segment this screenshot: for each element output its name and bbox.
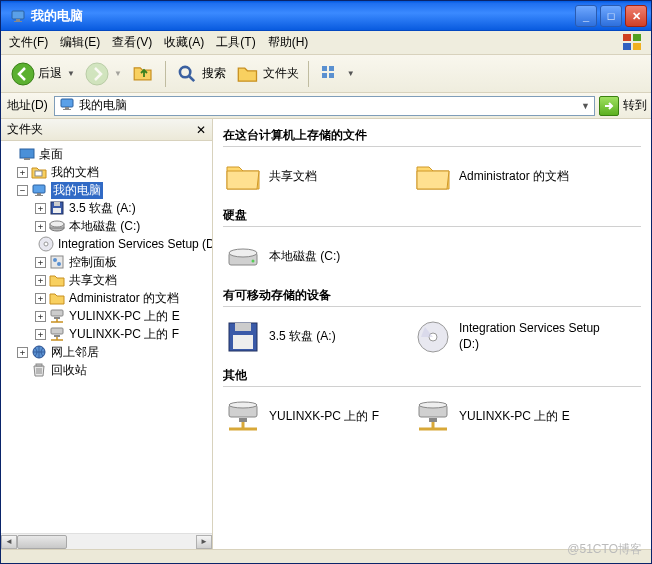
tree-node-shared[interactable]: +共享文档 bbox=[1, 271, 212, 289]
search-icon bbox=[175, 62, 199, 86]
svg-rect-42 bbox=[20, 149, 34, 158]
tree-node-mydocs[interactable]: +我的文档 bbox=[1, 163, 212, 181]
disk-icon bbox=[49, 218, 65, 234]
section-header-other: 其他 bbox=[223, 365, 641, 387]
sidebar-title: 文件夹 bbox=[7, 121, 43, 138]
desktop-icon bbox=[19, 146, 35, 162]
close-button[interactable]: ✕ bbox=[625, 5, 647, 27]
menu-tools[interactable]: 工具(T) bbox=[210, 32, 261, 53]
menu-help[interactable]: 帮助(H) bbox=[262, 32, 315, 53]
tree-node-nete[interactable]: +YULINXK-PC 上的 E bbox=[1, 307, 212, 325]
chevron-down-icon: ▼ bbox=[67, 69, 75, 78]
separator bbox=[308, 61, 309, 87]
item-nete[interactable]: YULINXK-PC 上的 E bbox=[413, 395, 603, 439]
back-button[interactable]: 后退 ▼ bbox=[7, 58, 79, 90]
folders-sidebar: 文件夹 ✕ 桌面 +我的文档 −我的电脑 +3.5 软盘 (A:) +本地磁盘 … bbox=[1, 119, 213, 549]
tree-node-recycle[interactable]: 回收站 bbox=[1, 361, 212, 379]
svg-point-41 bbox=[86, 63, 108, 85]
sidebar-header: 文件夹 ✕ bbox=[1, 119, 212, 141]
menu-favorites[interactable]: 收藏(A) bbox=[158, 32, 210, 53]
folder-icon bbox=[49, 290, 65, 306]
cd-icon bbox=[415, 319, 451, 355]
views-button[interactable]: ▼ bbox=[314, 58, 359, 90]
back-icon bbox=[11, 62, 35, 86]
address-input[interactable]: 我的电脑 ▼ bbox=[54, 96, 595, 116]
go-button[interactable] bbox=[599, 96, 619, 116]
address-label: 地址(D) bbox=[5, 97, 50, 114]
chevron-down-icon[interactable]: ▼ bbox=[581, 101, 590, 111]
titlebar[interactable]: 我的电脑 _ □ ✕ bbox=[1, 1, 651, 31]
sidebar-scrollbar[interactable]: ◄► bbox=[1, 533, 212, 549]
folder-up-icon bbox=[132, 62, 156, 86]
item-intsvc[interactable]: Integration Services Setup (D:) bbox=[413, 315, 603, 359]
menu-edit[interactable]: 编辑(E) bbox=[54, 32, 106, 53]
section-header-removable: 有可移动存储的设备 bbox=[223, 285, 641, 307]
address-bar: 地址(D) 我的电脑 ▼ 转到 bbox=[1, 93, 651, 119]
close-sidebar-button[interactable]: ✕ bbox=[196, 123, 206, 137]
tree-node-network[interactable]: +网上邻居 bbox=[1, 343, 212, 361]
separator bbox=[165, 61, 166, 87]
window-title: 我的电脑 bbox=[31, 7, 572, 25]
up-button[interactable] bbox=[128, 58, 160, 90]
search-label: 搜索 bbox=[202, 65, 226, 82]
floppy-icon bbox=[225, 319, 261, 355]
tree-node-floppy[interactable]: +3.5 软盘 (A:) bbox=[1, 199, 212, 217]
svg-rect-39 bbox=[633, 43, 641, 50]
tree-node-cpanel[interactable]: +控制面板 bbox=[1, 253, 212, 271]
go-label: 转到 bbox=[623, 97, 647, 114]
toolbar: 后退 ▼ ▼ 搜索 文件夹 ▼ bbox=[1, 55, 651, 93]
tree-node-mycomputer[interactable]: −我的电脑 bbox=[1, 181, 212, 199]
hdd-icon bbox=[225, 239, 261, 275]
tree-node-intsvc[interactable]: Integration Services Setup (D:) bbox=[1, 235, 212, 253]
item-floppy[interactable]: 3.5 软盘 (A:) bbox=[223, 315, 413, 359]
forward-icon bbox=[85, 62, 109, 86]
folder-icon bbox=[415, 159, 451, 195]
tree-node-netf[interactable]: +YULINXK-PC 上的 F bbox=[1, 325, 212, 343]
menu-file[interactable]: 文件(F) bbox=[3, 32, 54, 53]
item-local-c[interactable]: 本地磁盘 (C:) bbox=[223, 235, 413, 279]
tree-node-desktop[interactable]: 桌面 bbox=[1, 145, 212, 163]
item-netf[interactable]: YULINXK-PC 上的 F bbox=[223, 395, 413, 439]
computer-icon bbox=[31, 182, 47, 198]
content-area: 文件夹 ✕ 桌面 +我的文档 −我的电脑 +3.5 软盘 (A:) +本地磁盘 … bbox=[1, 119, 651, 549]
item-admin-docs[interactable]: Administrator 的文档 bbox=[413, 155, 603, 199]
cpanel-icon bbox=[49, 254, 65, 270]
netdrive-icon bbox=[49, 308, 65, 324]
recycle-icon bbox=[31, 362, 47, 378]
back-label: 后退 bbox=[38, 65, 62, 82]
folders-label: 文件夹 bbox=[263, 65, 299, 82]
netdrive-icon bbox=[49, 326, 65, 342]
netdrive-icon bbox=[225, 399, 261, 435]
app-icon bbox=[10, 8, 26, 24]
main-content[interactable]: 在这台计算机上存储的文件 共享文档 Administrator 的文档 硬盘 本… bbox=[213, 119, 651, 549]
computer-icon bbox=[59, 96, 75, 115]
menu-view[interactable]: 查看(V) bbox=[106, 32, 158, 53]
section-header-hdd: 硬盘 bbox=[223, 205, 641, 227]
menubar: 文件(F) 编辑(E) 查看(V) 收藏(A) 工具(T) 帮助(H) bbox=[1, 31, 651, 55]
folders-icon bbox=[236, 62, 260, 86]
folder-tree[interactable]: 桌面 +我的文档 −我的电脑 +3.5 软盘 (A:) +本地磁盘 (C:) I… bbox=[1, 141, 212, 533]
svg-rect-37 bbox=[633, 34, 641, 41]
explorer-window: 我的电脑 _ □ ✕ 文件(F) 编辑(E) 查看(V) 收藏(A) 工具(T)… bbox=[0, 0, 652, 564]
statusbar bbox=[1, 549, 651, 563]
tree-node-localc[interactable]: +本地磁盘 (C:) bbox=[1, 217, 212, 235]
folders-button[interactable]: 文件夹 bbox=[232, 58, 303, 90]
windows-flag-icon bbox=[617, 32, 649, 54]
search-button[interactable]: 搜索 bbox=[171, 58, 230, 90]
svg-rect-38 bbox=[623, 43, 631, 50]
chevron-down-icon: ▼ bbox=[114, 69, 122, 78]
section-header-files: 在这台计算机上存储的文件 bbox=[223, 125, 641, 147]
floppy-icon bbox=[49, 200, 65, 216]
folder-icon bbox=[225, 159, 261, 195]
svg-rect-36 bbox=[623, 34, 631, 41]
svg-point-40 bbox=[12, 63, 34, 85]
item-shared-docs[interactable]: 共享文档 bbox=[223, 155, 413, 199]
network-icon bbox=[31, 344, 47, 360]
folder-icon bbox=[49, 272, 65, 288]
tree-node-admin[interactable]: +Administrator 的文档 bbox=[1, 289, 212, 307]
netdrive-icon bbox=[415, 399, 451, 435]
minimize-button[interactable]: _ bbox=[575, 5, 597, 27]
address-value: 我的电脑 bbox=[79, 97, 127, 114]
maximize-button[interactable]: □ bbox=[600, 5, 622, 27]
forward-button[interactable]: ▼ bbox=[81, 58, 126, 90]
